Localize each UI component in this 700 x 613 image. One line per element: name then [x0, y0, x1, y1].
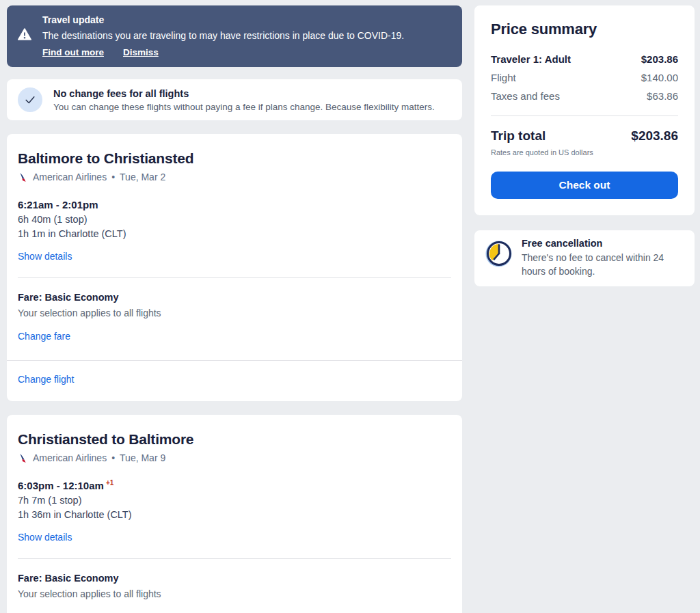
banner-content: Travel update The destinations you are t…	[42, 14, 404, 57]
free-cancellation-card: Free cancellation There's no fee to canc…	[474, 230, 695, 286]
traveler-label: Traveler 1: Adult	[491, 53, 571, 65]
fare-note: Your selection applies to all flights	[18, 588, 451, 599]
price-summary-card: Price summary Traveler 1: Adult $203.86 …	[474, 5, 695, 215]
find-out-more-link[interactable]: Find out more	[42, 47, 104, 57]
flight-price-label: Flight	[491, 72, 516, 83]
fare-section: Fare: Basic Economy Your selection appli…	[7, 559, 462, 613]
cancellation-body: There's no fee to cancel within 24 hours…	[522, 251, 684, 278]
cancellation-content: Free cancellation There's no fee to canc…	[522, 238, 684, 278]
trip-total-row: Trip total $203.86	[491, 128, 678, 144]
flight-date: Tue, Mar 2	[120, 172, 165, 182]
flight-times: 6:03pm - 12:10am+1	[18, 479, 451, 491]
change-flight-link[interactable]: Change flight	[18, 374, 75, 385]
clock-icon	[485, 240, 513, 278]
traveler-price-row: Traveler 1: Adult $203.86	[491, 53, 678, 65]
american-airlines-logo-icon	[18, 453, 28, 463]
flight-summary-section: Baltimore to Christiansted American Airl…	[7, 134, 462, 278]
check-circle-icon	[18, 87, 42, 112]
banner-links: Find out more Dismiss	[42, 47, 404, 57]
fare-note: Your selection applies to all flights	[18, 308, 451, 318]
main-column: Travel update The destinations you are t…	[7, 5, 462, 613]
airline-row: American Airlines • Tue, Mar 9	[18, 452, 451, 463]
fare-title: Fare: Basic Economy	[18, 292, 451, 303]
airline-row: American Airlines • Tue, Mar 2	[18, 172, 451, 182]
taxes-label: Taxes and fees	[491, 90, 560, 102]
flight-duration: 6h 40m (1 stop)	[18, 214, 451, 225]
flight-duration: 7h 7m (1 stop)	[18, 495, 451, 506]
flight-card-return: Christiansted to Baltimore American Airl…	[7, 415, 462, 613]
notice-body: You can change these flights without pay…	[53, 102, 435, 112]
airline-name: American Airlines	[33, 172, 107, 182]
card-footer: Change flight	[7, 361, 462, 401]
no-change-fees-card: No change fees for all flights You can c…	[7, 79, 462, 120]
flight-times: 6:21am - 2:01pm	[18, 198, 451, 210]
flight-summary-section: Christiansted to Baltimore American Airl…	[7, 415, 462, 559]
flight-price-row: Flight $140.00	[491, 72, 678, 83]
taxes-price-row: Taxes and fees $63.86	[491, 90, 678, 102]
price-summary-title: Price summary	[491, 21, 678, 38]
show-details-link[interactable]: Show details	[18, 251, 72, 262]
travel-update-banner: Travel update The destinations you are t…	[7, 5, 462, 67]
flight-layover: 1h 1m in Charlotte (CLT)	[18, 228, 451, 239]
taxes-price: $63.86	[647, 90, 678, 102]
meta-separator: •	[111, 172, 115, 182]
cancellation-title: Free cancellation	[522, 238, 684, 249]
trip-total-value: $203.86	[631, 128, 678, 144]
flight-date: Tue, Mar 9	[120, 452, 165, 463]
flight-layover: 1h 36m in Charlotte (CLT)	[18, 509, 451, 520]
show-details-link[interactable]: Show details	[18, 532, 72, 543]
meta-separator: •	[111, 452, 115, 463]
dismiss-link[interactable]: Dismiss	[123, 47, 159, 57]
warning-icon	[18, 27, 31, 57]
flight-card-title: Christiansted to Baltimore	[18, 431, 451, 448]
flight-card-title: Baltimore to Christiansted	[18, 150, 451, 167]
price-divider	[491, 115, 678, 116]
times-text: 6:03pm - 12:10am	[18, 480, 104, 491]
american-airlines-logo-icon	[18, 172, 28, 182]
times-text: 6:21am - 2:01pm	[18, 199, 98, 210]
rates-note: Rates are quoted in US dollars	[491, 148, 678, 156]
side-column: Price summary Traveler 1: Adult $203.86 …	[474, 5, 695, 613]
fare-section: Fare: Basic Economy Your selection appli…	[7, 278, 462, 360]
notice-title: No change fees for all flights	[53, 88, 435, 99]
flight-card-outbound: Baltimore to Christiansted American Airl…	[7, 134, 462, 401]
notice-content: No change fees for all flights You can c…	[53, 88, 435, 112]
next-day-badge: +1	[106, 479, 113, 487]
change-fare-link[interactable]: Change fare	[18, 331, 70, 342]
traveler-price: $203.86	[641, 53, 678, 65]
check-out-button[interactable]: Check out	[491, 172, 678, 199]
flight-price: $140.00	[641, 72, 678, 83]
flight-review-page: Travel update The destinations you are t…	[0, 0, 700, 613]
airline-name: American Airlines	[33, 452, 107, 463]
trip-total-label: Trip total	[491, 128, 546, 144]
banner-body: The destinations you are traveling to ma…	[42, 30, 404, 41]
banner-title: Travel update	[42, 14, 404, 25]
fare-title: Fare: Basic Economy	[18, 573, 451, 584]
